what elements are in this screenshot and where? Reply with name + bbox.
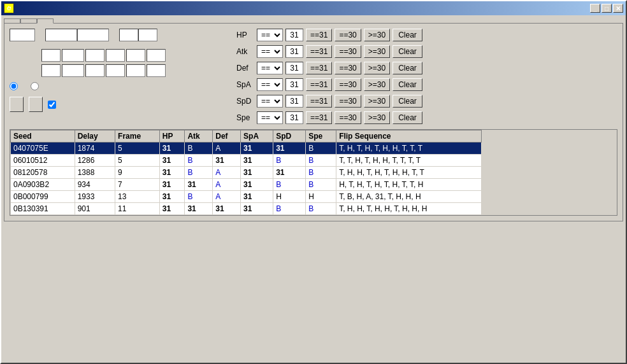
minimize-button[interactable]: _: [590, 4, 600, 13]
parent-b-hp[interactable]: [41, 64, 61, 77]
parent-b-spa[interactable]: [106, 64, 125, 77]
show-inheritance-label[interactable]: [48, 101, 59, 109]
filter-atk-op[interactable]: ==!=<=>=: [257, 45, 283, 58]
table-cell: 08120578: [11, 167, 75, 179]
col-spa: SpA: [241, 130, 273, 143]
filter-spd-clear[interactable]: Clear: [393, 95, 422, 108]
parent-a-hp[interactable]: [41, 49, 61, 62]
year-input[interactable]: [10, 29, 35, 41]
filter-spd-btn2[interactable]: ==30: [335, 95, 361, 108]
title-bar: ⏱ _ □ ✕: [1, 1, 626, 15]
col-atk: Atk: [185, 130, 213, 143]
parent-a-spd[interactable]: [126, 49, 145, 62]
table-cell: B: [185, 167, 213, 179]
filter-atk-value[interactable]: [285, 45, 303, 58]
table-cell: B: [306, 167, 336, 179]
close-button[interactable]: ✕: [613, 4, 623, 13]
col-spe: Spe: [306, 130, 336, 143]
table-cell: T, H, H, T, H, H, T, H, H, H: [336, 203, 482, 215]
parent-a-spe[interactable]: [147, 49, 166, 62]
maximize-button[interactable]: □: [602, 4, 612, 13]
filter-spd-value[interactable]: [285, 95, 303, 108]
tab-bar: [4, 18, 623, 23]
radio-hgss[interactable]: [31, 82, 41, 90]
col-hp: HP: [159, 130, 185, 143]
min-frame-input[interactable]: [119, 29, 138, 41]
radio-dpp[interactable]: [10, 82, 20, 90]
filter-def-btn1[interactable]: ==31: [306, 62, 332, 74]
parent-b-spe[interactable]: [147, 64, 166, 77]
filter-def-op[interactable]: ==!=<=>=: [257, 62, 283, 74]
filter-hp-btn3[interactable]: >=30: [364, 29, 390, 41]
filter-atk-btn2[interactable]: ==30: [335, 45, 361, 58]
filter-spe-value[interactable]: [285, 111, 303, 124]
table-cell: 31: [159, 143, 185, 155]
filter-hp-btn1[interactable]: ==31: [306, 29, 332, 41]
filter-spa-row: SpA ==!=<=>= ==31 ==30 >=30 Clear: [236, 78, 617, 91]
max-delay-input[interactable]: [77, 29, 109, 41]
filter-def-btn3[interactable]: >=30: [364, 62, 390, 74]
filter-hp-row: HP ==!=<=>= ==31 ==30 >=30 Clear: [236, 29, 617, 41]
parent-a-def[interactable]: [85, 49, 104, 62]
filter-spa-label: SpA: [236, 80, 254, 89]
filter-spd-op[interactable]: ==!=<=>=: [257, 95, 283, 108]
filter-spe-op[interactable]: ==!=<=>=: [257, 111, 283, 124]
filter-spe-btn2[interactable]: ==30: [335, 111, 361, 124]
filter-def-btn2[interactable]: ==30: [335, 62, 361, 74]
col-frame: Frame: [115, 130, 160, 143]
table-cell: 31: [241, 143, 273, 155]
filter-hp-btn2[interactable]: ==30: [335, 29, 361, 41]
filter-def-row: Def ==!=<=>= ==31 ==30 >=30 Clear: [236, 62, 617, 74]
col-delay: Delay: [75, 130, 115, 143]
table-cell: 7: [115, 179, 160, 191]
window-controls: _ □ ✕: [590, 4, 623, 13]
table-row[interactable]: 0A0903B293473131A31BBH, T, H, T, H, T, H…: [11, 179, 482, 191]
table-row[interactable]: 060105121286531B3131BBT, T, H, T, H, H, …: [11, 155, 482, 167]
parent-a-atk[interactable]: [62, 49, 84, 62]
generate-button[interactable]: [10, 97, 24, 112]
filter-spa-btn3[interactable]: >=30: [364, 78, 390, 91]
table-row[interactable]: 0B1303919011131313131BBT, H, H, T, H, H,…: [11, 203, 482, 215]
parent-b-atk[interactable]: [62, 64, 84, 77]
filter-hp-value[interactable]: [285, 29, 303, 41]
frame-col: [119, 29, 157, 41]
filter-def-value[interactable]: [285, 62, 303, 74]
min-delay-input[interactable]: [45, 29, 77, 41]
parent-a-spa[interactable]: [106, 49, 125, 62]
table-row[interactable]: 0407075E1874531BA3131BT, H, T, H, T, H, …: [11, 143, 482, 155]
filter-spa-clear[interactable]: Clear: [393, 78, 422, 91]
filter-atk-btn1[interactable]: ==31: [306, 45, 332, 58]
table-cell: B: [273, 155, 306, 167]
filter-spe-btn3[interactable]: >=30: [364, 111, 390, 124]
max-frame-input[interactable]: [138, 29, 157, 41]
table-row[interactable]: 0B00079919331331BA31HHT, B, H, A, 31, T,…: [11, 191, 482, 203]
table-cell: 06010512: [11, 155, 75, 167]
filter-hp-op[interactable]: ==!=<=>=: [257, 29, 283, 41]
filter-spa-op[interactable]: ==!=<=>=: [257, 78, 283, 91]
filter-spe-btn1[interactable]: ==31: [306, 111, 332, 124]
filter-spe-clear[interactable]: Clear: [393, 111, 422, 124]
parent-b-def[interactable]: [85, 64, 104, 77]
filter-def-clear[interactable]: Clear: [393, 62, 422, 74]
table-cell: 31: [185, 203, 213, 215]
filter-spd-btn1[interactable]: ==31: [306, 95, 332, 108]
left-panel: [10, 29, 226, 125]
radio-hgss-input[interactable]: [31, 82, 39, 90]
filter-atk-clear[interactable]: Clear: [393, 45, 422, 58]
filter-spa-btn2[interactable]: ==30: [335, 78, 361, 91]
game-radio-row: [10, 82, 226, 90]
table-cell: B: [185, 191, 213, 203]
radio-dpp-input[interactable]: [10, 82, 18, 90]
tab-egg-ivs[interactable]: [37, 18, 54, 24]
parent-b-spd[interactable]: [126, 64, 145, 77]
show-inheritance-checkbox[interactable]: [48, 101, 56, 109]
search-flips-button[interactable]: [29, 97, 43, 112]
filter-hp-clear[interactable]: Clear: [393, 29, 422, 41]
filter-spd-btn3[interactable]: >=30: [364, 95, 390, 108]
filter-atk-btn3[interactable]: >=30: [364, 45, 390, 58]
col-flip-sequence: Flip Sequence: [336, 130, 482, 143]
table-cell: 1933: [75, 191, 115, 203]
table-row[interactable]: 081205781388931BA3131BT, H, H, T, H, T, …: [11, 167, 482, 179]
filter-spa-btn1[interactable]: ==31: [306, 78, 332, 91]
filter-spa-value[interactable]: [285, 78, 303, 91]
